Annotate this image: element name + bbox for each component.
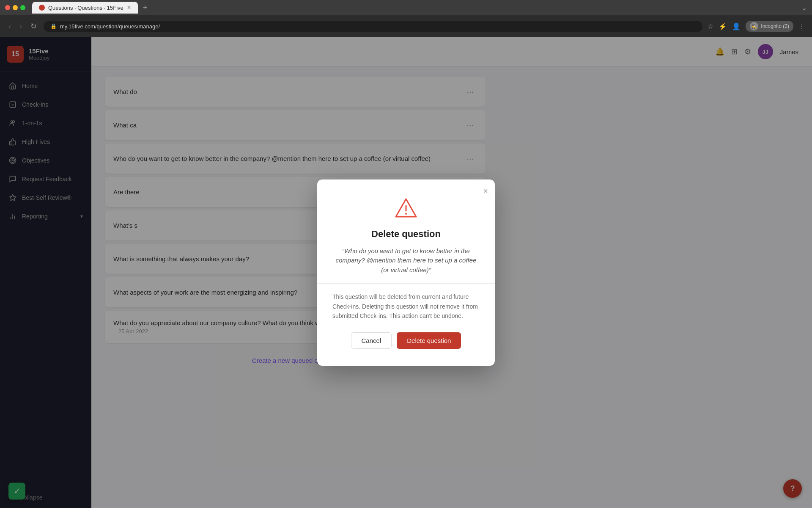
tab-bar: Questions · Questions · 15Five ✕ + [32, 2, 798, 14]
bookmark-icon[interactable]: ☆ [708, 22, 713, 30]
nav-actions: ☆ ⚡ 👤 🕵 Incognito (2) ⋮ [708, 21, 805, 32]
modal-divider [317, 283, 495, 284]
browser-nav-bar: ‹ › ↻ 🔒 my.15five.com/question/queues/ma… [0, 15, 812, 37]
maximize-window-btn[interactable] [20, 5, 25, 10]
browser-tab[interactable]: Questions · Questions · 15Five ✕ [32, 2, 138, 14]
url-text: my.15five.com/question/queues/manage/ [60, 23, 160, 30]
cancel-button[interactable]: Cancel [351, 332, 392, 349]
tab-favicon [39, 5, 45, 11]
traffic-lights [5, 5, 25, 10]
modal-close-button[interactable]: × [483, 186, 488, 196]
address-bar[interactable]: 🔒 my.15five.com/question/queues/manage/ [44, 21, 702, 32]
minimize-window-btn[interactable] [13, 5, 18, 10]
tab-close-btn[interactable]: ✕ [127, 5, 131, 11]
modal-actions: Cancel Delete question [332, 332, 480, 349]
browser-chrome: Questions · Questions · 15Five ✕ + ⌄ ‹ ›… [0, 0, 812, 37]
svg-point-12 [405, 213, 407, 215]
tab-title: Questions · Questions · 15Five [48, 5, 123, 11]
close-window-btn[interactable] [5, 5, 10, 10]
modal-overlay[interactable]: × Delete question “Who do you want to ge… [0, 37, 812, 508]
reload-button[interactable]: ↻ [29, 20, 38, 33]
delete-question-modal: × Delete question “Who do you want to ge… [317, 179, 495, 366]
lock-icon: 🔒 [50, 23, 57, 29]
extension-icon[interactable]: ⚡ [719, 22, 727, 30]
delete-question-button[interactable]: Delete question [397, 332, 461, 349]
forward-button[interactable]: › [18, 20, 24, 33]
modal-warning-icon [332, 196, 480, 222]
windows-list-icon[interactable]: ⌄ [801, 4, 807, 12]
modal-quote: “Who do you want to get to know better i… [332, 246, 480, 275]
modal-description: This question will be deleted from curre… [332, 292, 480, 320]
menu-icon[interactable]: ⋮ [798, 22, 805, 30]
incognito-badge: 🕵 Incognito (2) [746, 21, 793, 32]
incognito-icon: 🕵 [750, 22, 758, 30]
back-button[interactable]: ‹ [7, 20, 13, 33]
modal-title: Delete question [332, 229, 480, 240]
title-bar: Questions · Questions · 15Five ✕ + ⌄ [0, 0, 812, 15]
incognito-label: Incognito (2) [761, 23, 789, 29]
new-tab-button[interactable]: + [140, 3, 151, 12]
profile-icon[interactable]: 👤 [732, 22, 741, 30]
